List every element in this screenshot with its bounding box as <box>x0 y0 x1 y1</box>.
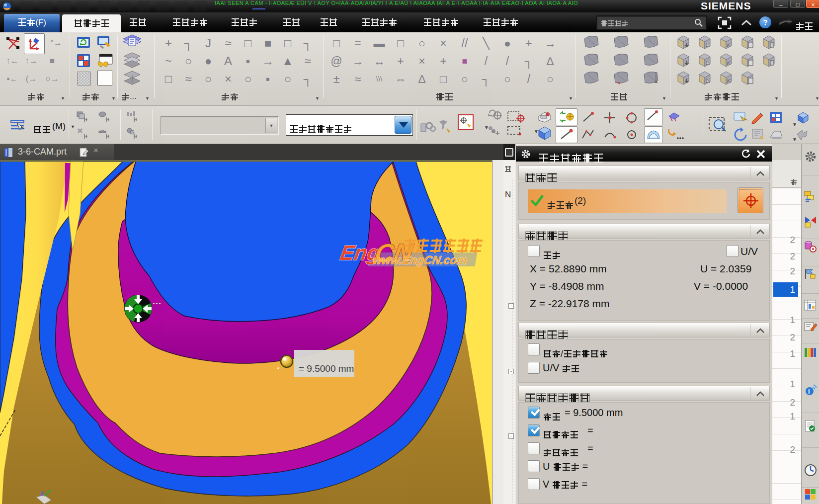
svg-text:z: z <box>40 489 44 497</box>
svg-text:= 9.5000 mm: = 9.5000 mm <box>299 363 354 374</box>
svg-text:www.EngCN.com: www.EngCN.com <box>372 253 468 266</box>
svg-text:i: i <box>808 388 810 395</box>
